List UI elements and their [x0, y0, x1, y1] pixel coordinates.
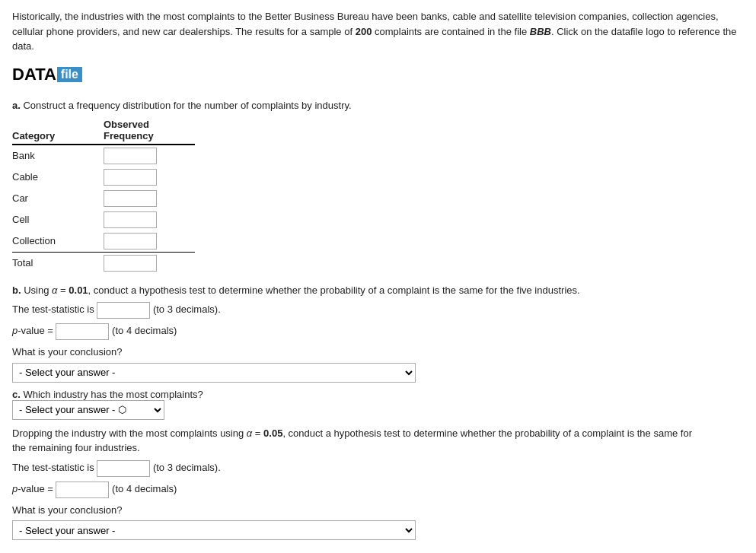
conclusion-select-b[interactable]: - Select your answer -	[12, 363, 416, 383]
part-c-text: c. Which industry has the most complaint…	[12, 389, 744, 400]
table-row: Collection	[12, 230, 195, 253]
freq-bank-cell	[104, 145, 195, 167]
part-d-section: Dropping the industry with the most comp…	[12, 426, 744, 541]
part-c-select[interactable]: - Select your answer - ⬡	[12, 400, 164, 420]
category-cable: Cable	[12, 167, 104, 188]
pvalue-input-b[interactable]	[56, 323, 109, 340]
obs-line1: Observed	[104, 119, 149, 130]
part-b-alpha-val: 0.01	[69, 284, 88, 296]
intro-text2: complaints are contained in the file	[372, 26, 529, 37]
part-a-instruction: Construct a frequency distribution for t…	[23, 100, 351, 111]
category-cell: Cell	[12, 209, 104, 230]
test-stat-label-d: The test-statistic is	[12, 462, 94, 473]
table-row: Bank	[12, 145, 195, 167]
category-header: Category	[12, 117, 104, 145]
part-b-pvalue-line: p-value = (to 4 decimals)	[12, 323, 744, 340]
freq-collection-cell	[104, 230, 195, 253]
test-stat-hint-d: (to 3 decimals).	[153, 462, 221, 473]
pvalue-equals-d: =	[47, 483, 53, 494]
pvalue-dash-d: -value	[18, 483, 47, 494]
part-d-alpha-val: 0.05	[263, 427, 282, 439]
part-d-text3: the remaining four industries.	[12, 442, 140, 453]
pvalue-dash: -value	[18, 325, 47, 336]
obs-line2: Frequency	[104, 130, 154, 141]
file-logo-text: file	[57, 67, 82, 82]
test-stat-label: The test-statistic is	[12, 304, 94, 315]
conclusion-select-d[interactable]: - Select your answer -	[12, 520, 416, 540]
frequency-table: Category Observed Frequency Bank Cable C…	[12, 117, 195, 274]
part-b-test-stat-line: The test-statistic is (to 3 decimals).	[12, 302, 744, 319]
conclusion-label-b: What is your conclusion?	[12, 345, 744, 360]
part-a-bold: a.	[12, 100, 21, 111]
part-d-equals: =	[252, 427, 263, 439]
test-stat-hint: (to 3 decimals).	[153, 304, 221, 315]
part-b-text1: Using	[24, 284, 52, 296]
test-stat-input-b[interactable]	[97, 302, 150, 319]
part-b-text2: , conduct a hypothesis test to determine…	[88, 284, 580, 296]
data-logo-text: DATA	[12, 66, 56, 83]
sample-size: 200	[356, 26, 372, 37]
freq-cable-input[interactable]	[104, 169, 157, 186]
part-b-label: b.	[12, 284, 21, 296]
pvalue-equals-b: =	[47, 325, 53, 336]
part-b-equals: =	[57, 284, 69, 296]
freq-cell-cell	[104, 209, 195, 230]
part-b-intro: b. Using α = 0.01, conduct a hypothesis …	[12, 283, 744, 298]
file-name: BBB	[530, 26, 551, 37]
freq-cell-input[interactable]	[104, 211, 157, 228]
part-d-test-stat-line: The test-statistic is (to 3 decimals).	[12, 460, 744, 477]
part-b-section: b. Using α = 0.01, conduct a hypothesis …	[12, 283, 744, 383]
category-collection: Collection	[12, 230, 104, 253]
table-row: Cable	[12, 167, 195, 188]
pvalue-input-d[interactable]	[56, 481, 109, 498]
intro-paragraph: Historically, the industries with the mo…	[12, 9, 744, 54]
total-label: Total	[12, 252, 104, 274]
datafile-logo[interactable]: DATAfile	[12, 66, 82, 83]
freq-collection-input[interactable]	[104, 233, 157, 249]
freq-car-input[interactable]	[104, 190, 157, 207]
freq-total-cell	[104, 252, 195, 274]
part-d-text1: Dropping the industry with the most comp…	[12, 427, 247, 439]
freq-total-input[interactable]	[104, 255, 157, 272]
pvalue-hint-b: (to 4 decimals)	[112, 325, 177, 336]
category-car: Car	[12, 188, 104, 209]
part-c-label: c.	[12, 389, 21, 400]
part-c-question: Which industry has the most complaints?	[23, 389, 203, 400]
conclusion-label-d: What is your conclusion?	[12, 503, 744, 518]
freq-cable-cell	[104, 167, 195, 188]
part-d-intro: Dropping the industry with the most comp…	[12, 426, 744, 456]
table-row: Car	[12, 188, 195, 209]
pvalue-hint-d: (to 4 decimals)	[112, 483, 177, 494]
part-d-pvalue-line: p-value = (to 4 decimals)	[12, 481, 744, 498]
category-bank: Bank	[12, 145, 104, 167]
test-stat-input-d[interactable]	[97, 460, 150, 477]
part-a-label: a. Construct a frequency distribution fo…	[12, 100, 744, 111]
table-row: Cell	[12, 209, 195, 230]
part-d-text2: , conduct a hypothesis test to determine…	[282, 427, 692, 439]
table-row-total: Total	[12, 252, 195, 274]
freq-car-cell	[104, 188, 195, 209]
freq-bank-input[interactable]	[104, 148, 157, 164]
part-c-section: c. Which industry has the most complaint…	[12, 389, 744, 420]
observed-freq-header: Observed Frequency	[104, 117, 195, 145]
part-a-section: a. Construct a frequency distribution fo…	[12, 100, 744, 274]
